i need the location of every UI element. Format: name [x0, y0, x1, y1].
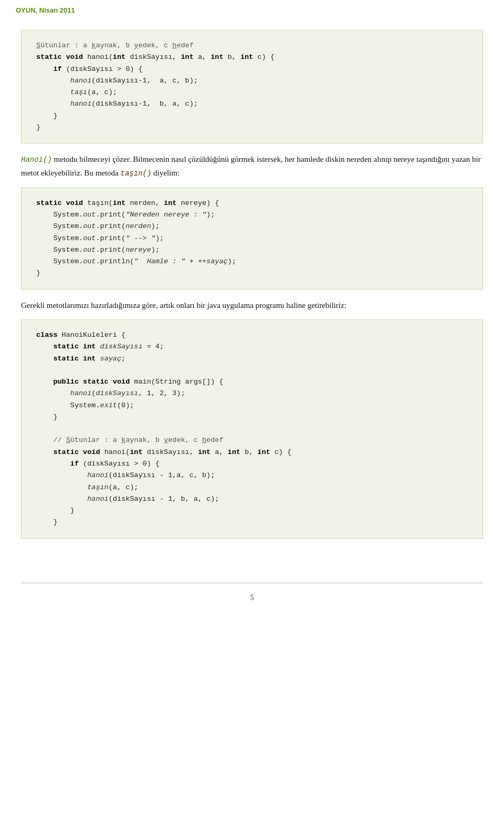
prose-2: Gerekli metotlarımızı hazırladığımıza gö…	[21, 299, 483, 313]
header-title: OYUN, Nisan 2011	[16, 6, 75, 14]
prose-1: Hanoi() metodu bilmeceyi çözer. Bilmecen…	[21, 153, 483, 180]
hanoi-fn-name: Hanoi()	[21, 156, 52, 164]
prose-2-text: Gerekli metotlarımızı hazırladığımıza gö…	[21, 301, 346, 310]
page-header: OYUN, Nisan 2011	[0, 0, 504, 17]
prose-1-end: diyelim:	[153, 169, 180, 177]
code-block-3: class HanoiKuleleri { static int diskSay…	[21, 319, 483, 539]
code-block-1: Sütunlar : a kaynak, b yedek, c hedef st…	[21, 30, 483, 143]
page-content: Sütunlar : a kaynak, b yedek, c hedef st…	[0, 17, 504, 567]
page-footer: 5	[21, 583, 483, 610]
prose-1-text: metodu bilmeceyi çözer. Bilmecenin nasıl…	[21, 155, 481, 177]
page-number: 5	[250, 594, 254, 602]
code-block-2: static void taşın(int nerden, int nereye…	[21, 188, 483, 290]
tasin-method-name: taşın()	[121, 169, 152, 178]
